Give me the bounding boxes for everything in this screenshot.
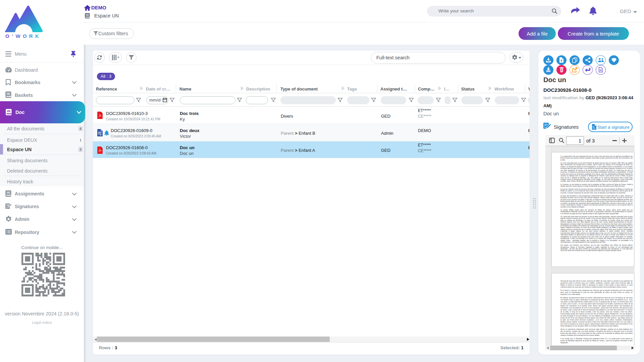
svg-text:w: w <box>99 133 102 136</box>
svg-text:O’WORK: O’WORK <box>5 33 41 39</box>
